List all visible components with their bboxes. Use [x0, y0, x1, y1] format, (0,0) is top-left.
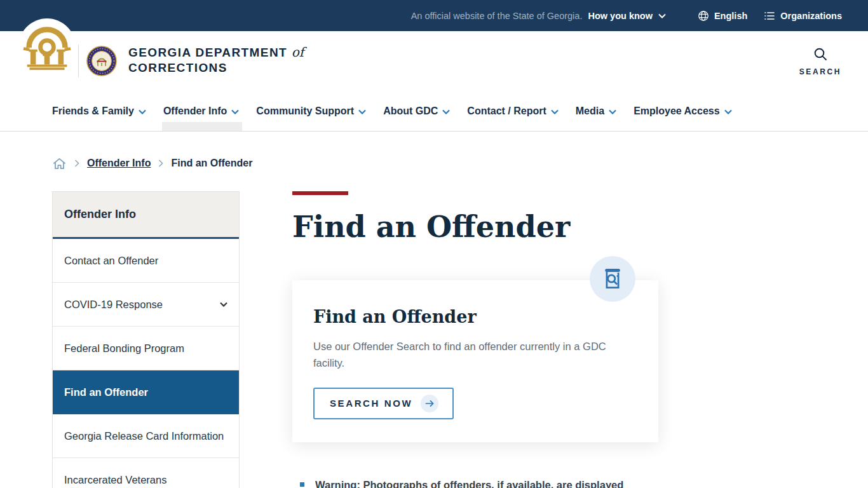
nav-item-label: Contact / Report	[467, 105, 546, 117]
organizations-button[interactable]: Organizations	[764, 10, 842, 22]
nav-item-media[interactable]: Media	[576, 91, 616, 131]
globe-icon	[698, 10, 709, 22]
how-you-know-label: How you know	[588, 11, 653, 21]
site-title-of: of	[292, 44, 304, 60]
chevron-down-icon	[609, 109, 616, 114]
how-you-know-button[interactable]: How you know	[588, 11, 666, 21]
card-description: Use our Offender Search to find an offen…	[313, 338, 626, 371]
warning-text: Warning: Photographs of offenders, if av…	[315, 477, 623, 488]
chevron-down-icon	[139, 109, 146, 114]
sidebar-item-federal-bonding-program[interactable]: Federal Bonding Program	[53, 327, 239, 370]
nav-item-label: Community Support	[256, 105, 354, 117]
official-website-text: An official website of the State of Geor…	[411, 11, 583, 21]
sidebar-item-label: Find an Offender	[64, 384, 148, 400]
site-header: GEORGIA DEPARTMENT of CORRECTIONS SEARCH	[0, 31, 868, 91]
sidebar-offender-info: Offender Info Contact an OffenderCOVID-1…	[52, 191, 240, 488]
nav-item-label: Friends & Family	[52, 105, 134, 117]
chevron-down-icon	[658, 13, 666, 18]
sidebar-item-find-an-offender[interactable]: Find an Offender	[53, 370, 239, 414]
sidebar-item-label: Federal Bonding Program	[64, 340, 184, 356]
sidebar-item-incarcerated-veterans[interactable]: Incarcerated Veterans	[53, 458, 239, 488]
sidebar-item-contact-an-offender[interactable]: Contact an Offender	[53, 239, 239, 283]
nav-item-label: Employee Access	[634, 105, 719, 117]
site-title[interactable]: GEORGIA DEPARTMENT of CORRECTIONS	[128, 44, 304, 76]
sidebar-list: Contact an OffenderCOVID-19 ResponseFede…	[53, 239, 239, 488]
sidebar-item-label: Incarcerated Veterans	[64, 471, 166, 488]
site-title-line1: GEORGIA DEPARTMENT	[128, 46, 287, 59]
chevron-down-icon	[358, 109, 366, 114]
sidebar-item-covid-19-response[interactable]: COVID-19 Response	[53, 283, 239, 327]
organizations-label: Organizations	[780, 11, 842, 21]
sidebar-header: Offender Info	[53, 192, 239, 239]
nav-item-about-gdc[interactable]: About GDC	[383, 91, 450, 131]
list-bullet	[300, 482, 304, 487]
nav-item-friends-family[interactable]: Friends & Family	[52, 91, 146, 131]
georgia-arch-logo[interactable]	[18, 18, 76, 76]
sidebar-item-label: COVID-19 Response	[64, 296, 163, 313]
find-offender-card-wrap: Find an Offender Use our Offender Search…	[292, 280, 658, 442]
chevron-down-icon	[442, 109, 450, 114]
chevron-down-icon	[551, 109, 559, 114]
nav-item-offender-info[interactable]: Offender Info	[163, 91, 239, 131]
language-selector[interactable]: English	[698, 10, 747, 22]
page-title: Find an Offender	[292, 209, 658, 246]
nav-item-label: Offender Info	[163, 105, 227, 117]
warning-list-item: Warning: Photographs of offenders, if av…	[292, 477, 658, 488]
search-now-button[interactable]: SEARCH NOW	[313, 388, 454, 419]
language-label: English	[714, 11, 747, 21]
nav-item-community-support[interactable]: Community Support	[256, 91, 366, 131]
home-icon	[52, 157, 67, 170]
document-search-icon	[590, 256, 635, 302]
official-state-bar: An official website of the State of Geor…	[0, 0, 868, 31]
sidebar-item-label: Georgia Release Card Information	[64, 428, 224, 444]
list-icon	[764, 10, 775, 22]
search-now-label: SEARCH NOW	[330, 398, 412, 409]
sidebar-item-georgia-release-card-information[interactable]: Georgia Release Card Information	[53, 414, 239, 458]
header-search-button[interactable]: SEARCH	[799, 46, 841, 76]
search-icon	[813, 46, 828, 62]
nav-item-contact-report[interactable]: Contact / Report	[467, 91, 558, 131]
arch-logo-icon	[23, 23, 71, 71]
breadcrumb: Offender Info Find an Offender	[52, 156, 868, 170]
nav-item-label: About GDC	[383, 105, 438, 117]
gdc-seal-icon	[86, 46, 117, 76]
header-search-label: SEARCH	[799, 67, 841, 76]
chevron-down-icon	[724, 109, 732, 114]
chevron-down-icon	[220, 302, 227, 307]
sidebar-item-label: Contact an Offender	[64, 252, 158, 269]
header-divider	[78, 44, 79, 78]
chevron-down-icon	[231, 109, 239, 114]
site-title-line2: CORRECTIONS	[128, 60, 304, 76]
find-offender-card: Find an Offender Use our Offender Search…	[292, 280, 658, 442]
breadcrumb-link-offender-info[interactable]: Offender Info	[87, 158, 151, 169]
nav-item-employee-access[interactable]: Employee Access	[634, 91, 731, 131]
chevron-right-icon	[74, 159, 79, 167]
heading-accent-bar	[292, 191, 348, 195]
breadcrumb-current: Find an Offender	[171, 158, 252, 169]
breadcrumb-home-link[interactable]	[52, 157, 67, 170]
chevron-right-icon	[158, 159, 163, 167]
main-column: Find an Offender Find an Offender Use ou…	[292, 191, 658, 488]
card-title: Find an Offender	[313, 307, 633, 327]
arrow-right-icon	[421, 395, 438, 412]
nav-item-label: Media	[576, 105, 604, 117]
main-nav: Friends & FamilyOffender InfoCommunity S…	[0, 91, 868, 132]
content-area: Offender Info Contact an OffenderCOVID-1…	[52, 191, 868, 488]
